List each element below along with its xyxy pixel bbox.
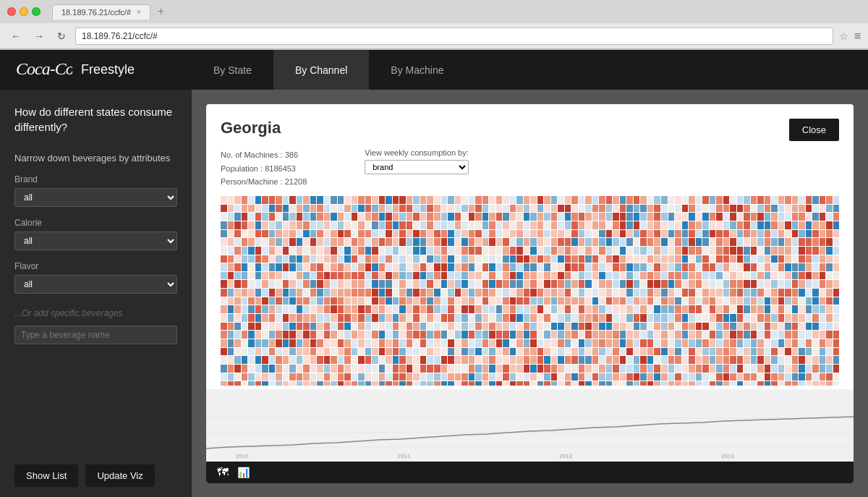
heatmap-cell xyxy=(771,305,778,313)
heatmap-cell xyxy=(826,205,833,213)
heatmap-cell xyxy=(455,255,461,263)
heatmap-cell xyxy=(441,238,448,246)
heatmap-col xyxy=(579,196,585,386)
bar-chart-icon[interactable]: 📊 xyxy=(237,467,250,478)
heatmap-cell xyxy=(317,381,323,386)
heatmap-cell xyxy=(571,272,578,280)
show-list-button[interactable]: Show List xyxy=(14,464,78,487)
heatmap-cell xyxy=(358,255,365,263)
forward-button[interactable]: → xyxy=(30,29,48,43)
heatmap-cell xyxy=(262,280,268,288)
heatmap-cell xyxy=(496,205,503,213)
heatmap-cell xyxy=(640,314,647,322)
heatmap-cell xyxy=(255,280,262,288)
heatmap-cell xyxy=(530,339,537,347)
refresh-button[interactable]: ↻ xyxy=(54,29,69,43)
heatmap-cell xyxy=(551,280,558,288)
calorie-filter-select[interactable]: all xyxy=(14,231,177,250)
new-tab-button[interactable]: + xyxy=(158,5,164,18)
minimize-window-button[interactable] xyxy=(20,7,28,16)
heatmap-col xyxy=(310,196,317,386)
heatmap-cell xyxy=(682,205,689,213)
update-viz-button[interactable]: Update Viz xyxy=(85,464,154,487)
heatmap-cell xyxy=(524,323,530,331)
heatmap-cell xyxy=(448,247,454,255)
heatmap-cell xyxy=(551,255,558,263)
heatmap-cell xyxy=(324,255,331,263)
heatmap-cell xyxy=(675,381,681,386)
tab-by-state[interactable]: By State xyxy=(192,50,273,90)
heatmap-cell xyxy=(820,280,826,288)
close-panel-button[interactable]: Close xyxy=(789,119,839,141)
heatmap-cell xyxy=(778,373,785,381)
heatmap-cell xyxy=(475,297,482,305)
heatmap-cell xyxy=(441,272,448,280)
tab-by-channel[interactable]: By Channel xyxy=(273,50,369,90)
flavor-filter-select[interactable]: all xyxy=(14,275,177,294)
heatmap-cell xyxy=(242,238,248,246)
heatmap-cell xyxy=(228,331,234,339)
heatmap-cell xyxy=(626,373,633,381)
brand-filter-select[interactable]: all xyxy=(14,188,177,207)
heatmap-cell xyxy=(407,314,413,322)
heatmap-cell xyxy=(461,255,468,263)
heatmap-cell xyxy=(661,297,668,305)
heatmap-cell xyxy=(469,314,475,322)
bookmark-icon[interactable]: ☆ xyxy=(839,30,848,42)
heatmap-cell xyxy=(599,381,605,386)
heatmap-cell xyxy=(812,205,819,213)
heatmap-cell xyxy=(730,373,736,381)
heatmap-cell xyxy=(675,365,681,373)
heatmap-cell xyxy=(792,238,799,246)
back-button[interactable]: ← xyxy=(7,29,25,43)
heatmap-cell xyxy=(303,365,310,373)
heatmap-cell xyxy=(812,331,819,339)
heatmap-cell xyxy=(524,238,530,246)
heatmap-cell xyxy=(407,205,413,213)
heatmap-cell xyxy=(399,230,406,238)
heatmap-cell xyxy=(221,205,227,213)
heatmap-cell xyxy=(310,205,317,213)
browser-tab[interactable]: 18.189.76.21/ccfc/# × xyxy=(52,4,150,20)
heatmap-cell xyxy=(310,356,317,364)
maximize-window-button[interactable] xyxy=(32,7,41,16)
heatmap-cell xyxy=(379,356,386,364)
heatmap-cell xyxy=(516,331,523,339)
heatmap-cell xyxy=(228,280,234,288)
heatmap-cell xyxy=(331,263,337,271)
tab-by-machine[interactable]: By Machine xyxy=(369,50,465,90)
weekly-consumption-select[interactable]: brand flavor calorie xyxy=(365,160,468,174)
menu-icon[interactable]: ≡ xyxy=(854,30,861,43)
close-window-button[interactable] xyxy=(7,7,16,16)
heatmap-cell xyxy=(730,221,736,229)
heatmap-cell xyxy=(606,205,613,213)
tab-close-icon[interactable]: × xyxy=(137,8,141,16)
heatmap-cell xyxy=(771,339,778,347)
heatmap-cell xyxy=(386,205,392,213)
map-icon[interactable]: 🗺 xyxy=(217,466,229,479)
heatmap-cell xyxy=(338,373,344,381)
heatmap-cell xyxy=(503,196,509,204)
heatmap-cell xyxy=(455,373,461,381)
heatmap-cell xyxy=(262,255,268,263)
heatmap-cell xyxy=(393,297,399,305)
heatmap-cell xyxy=(496,381,503,386)
heatmap-cell xyxy=(303,323,310,331)
heatmap-cell xyxy=(324,205,331,213)
heatmap-cell xyxy=(592,289,599,297)
address-bar[interactable]: 18.189.76.21/ccfc/# xyxy=(75,27,833,45)
heatmap-cell xyxy=(516,205,523,213)
heatmap-cell xyxy=(413,305,420,313)
beverage-search-input[interactable] xyxy=(14,326,177,344)
heatmap-cell xyxy=(606,263,613,271)
heatmap-cell xyxy=(778,365,785,373)
heatmap-cell xyxy=(344,305,351,313)
heatmap-cell xyxy=(427,247,433,255)
heatmap-cell xyxy=(820,196,826,204)
heatmap-cell xyxy=(812,373,819,381)
heatmap-cell xyxy=(702,255,709,263)
heatmap-cell xyxy=(386,381,392,386)
heatmap-cell xyxy=(482,348,489,356)
heatmap-cell xyxy=(785,263,791,271)
heatmap-col xyxy=(372,196,378,386)
